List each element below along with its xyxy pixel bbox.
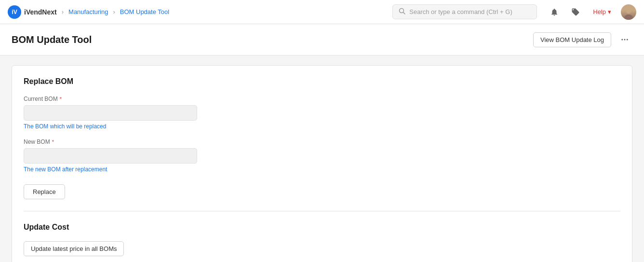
svg-point-2 bbox=[626, 9, 631, 14]
svg-point-6 bbox=[627, 39, 628, 41]
logo-icon: iV bbox=[8, 5, 21, 19]
search-bar[interactable]: Search or type a command (Ctrl + G) bbox=[392, 4, 537, 19]
tag-button[interactable] bbox=[568, 4, 583, 20]
notifications-button[interactable] bbox=[547, 4, 562, 20]
avatar-image bbox=[621, 4, 636, 20]
page-actions: View BOM Update Log bbox=[533, 32, 632, 47]
breadcrumb-current: BOM Update Tool bbox=[120, 8, 169, 15]
current-bom-required: * bbox=[60, 96, 62, 102]
more-options-button[interactable] bbox=[617, 32, 632, 47]
main-content: Replace BOM Current BOM * The BOM which … bbox=[0, 55, 644, 262]
help-button[interactable]: Help ▾ bbox=[589, 6, 615, 17]
new-bom-input[interactable] bbox=[24, 148, 197, 164]
help-chevron-icon: ▾ bbox=[608, 8, 611, 15]
new-bom-hint: The new BOM after replacement bbox=[24, 166, 620, 173]
breadcrumb-separator-2: › bbox=[113, 8, 115, 15]
search-icon bbox=[399, 8, 405, 16]
new-bom-required: * bbox=[52, 139, 54, 145]
current-bom-label: Current BOM * bbox=[24, 96, 620, 102]
topnav: iV iVendNext › Manufacturing › BOM Updat… bbox=[0, 0, 644, 24]
svg-line-1 bbox=[403, 13, 405, 14]
update-cost-button[interactable]: Update latest price in all BOMs bbox=[24, 241, 124, 256]
replace-bom-section: Replace BOM Current BOM * The BOM which … bbox=[24, 77, 620, 199]
update-cost-section: Update Cost Update latest price in all B… bbox=[24, 223, 620, 256]
nav-icons: Help ▾ bbox=[547, 4, 636, 20]
app-name: iVendNext bbox=[24, 8, 57, 16]
current-bom-hint: The BOM which will be replaced bbox=[24, 123, 620, 130]
svg-point-5 bbox=[624, 39, 626, 41]
breadcrumb-manufacturing[interactable]: Manufacturing bbox=[68, 8, 108, 15]
help-label: Help bbox=[593, 8, 606, 15]
svg-point-4 bbox=[621, 39, 623, 41]
section-divider bbox=[24, 211, 620, 211]
app-logo[interactable]: iV iVendNext bbox=[8, 5, 57, 19]
search-placeholder: Search or type a command (Ctrl + G) bbox=[409, 8, 512, 15]
breadcrumb-separator-1: › bbox=[62, 8, 64, 15]
current-bom-input[interactable] bbox=[24, 105, 197, 121]
update-cost-title: Update Cost bbox=[24, 223, 620, 232]
view-log-button[interactable]: View BOM Update Log bbox=[533, 32, 611, 47]
page-header: BOM Update Tool View BOM Update Log bbox=[0, 24, 644, 55]
new-bom-group: New BOM * The new BOM after replacement bbox=[24, 138, 620, 173]
bom-tool-card: Replace BOM Current BOM * The BOM which … bbox=[12, 65, 632, 262]
current-bom-group: Current BOM * The BOM which will be repl… bbox=[24, 96, 620, 130]
user-avatar[interactable] bbox=[621, 4, 636, 20]
page-title: BOM Update Tool bbox=[12, 34, 533, 45]
replace-button[interactable]: Replace bbox=[24, 184, 65, 199]
svg-point-3 bbox=[624, 14, 633, 20]
replace-bom-title: Replace BOM bbox=[24, 77, 620, 86]
new-bom-label: New BOM * bbox=[24, 138, 620, 145]
